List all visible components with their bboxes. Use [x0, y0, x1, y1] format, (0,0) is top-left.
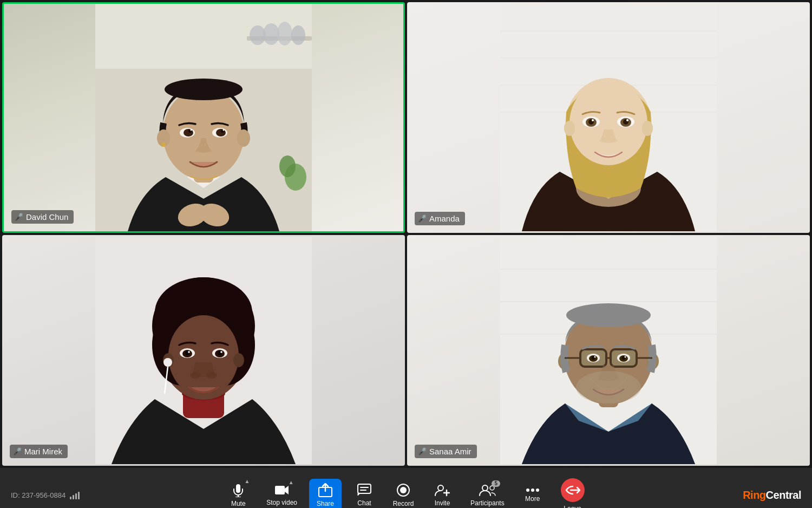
stop-video-icon: ▲ [274, 484, 290, 496]
stop-video-button[interactable]: ▲ Stop video [261, 480, 303, 509]
stop-video-chevron: ▲ [289, 480, 294, 485]
mute-label: Mute [231, 500, 246, 507]
share-icon [318, 483, 332, 497]
svg-point-8 [279, 155, 296, 177]
record-label: Record [393, 500, 414, 507]
meeting-id: ID: 237-956-0884 [11, 491, 66, 499]
svg-point-22 [191, 129, 192, 131]
share-button[interactable]: Share [309, 479, 342, 509]
svg-point-15 [161, 142, 166, 147]
svg-point-67 [220, 351, 222, 353]
participant-name-mari: 🎤 Mari Mirek [10, 445, 68, 458]
signal-bar-2 [73, 495, 74, 499]
invite-icon [435, 484, 450, 497]
video-tile-amanda: 🎤 Amanda [407, 2, 810, 233]
leave-label: Leave [564, 505, 581, 509]
svg-point-95 [594, 356, 596, 358]
svg-point-14 [237, 129, 250, 147]
toolbar-buttons: ▲ Mute ▲ Stop video [222, 474, 590, 509]
svg-point-66 [188, 351, 190, 353]
more-label: More [525, 495, 540, 503]
video-tile-mari: 🎤 Mari Mirek [2, 235, 405, 466]
svg-point-81 [566, 303, 651, 327]
signal-bar-1 [70, 497, 71, 499]
participants-label: Participants [470, 499, 505, 507]
svg-point-55 [168, 315, 239, 396]
brand-central: Central [766, 489, 801, 501]
svg-point-57 [233, 353, 244, 367]
svg-point-114 [536, 489, 539, 492]
svg-point-37 [642, 121, 653, 136]
svg-point-5 [277, 22, 292, 45]
signal-bar-4 [78, 492, 80, 499]
brand-logo: RingCentral [743, 489, 801, 502]
record-button[interactable]: Record [387, 479, 420, 509]
video-grid: 🎤 David Chun [0, 0, 812, 468]
mute-button[interactable]: ▲ Mute [222, 479, 254, 509]
invite-button[interactable]: Invite [426, 479, 459, 509]
svg-point-6 [291, 25, 305, 45]
share-label: Share [317, 500, 334, 507]
participant-name-amanda: 🎤 Amanda [415, 212, 465, 225]
svg-rect-102 [358, 484, 371, 493]
svg-point-96 [625, 356, 626, 358]
video-tile-david: 🎤 David Chun [2, 2, 405, 233]
stop-video-label: Stop video [266, 499, 297, 506]
video-tile-sanaa: 🎤 Sanaa Amir [407, 235, 810, 466]
mute-icon: ▲ [231, 483, 245, 497]
mic-icon-david: 🎤 [15, 213, 23, 221]
svg-point-45 [626, 119, 628, 121]
svg-point-113 [531, 489, 534, 492]
svg-point-44 [592, 119, 594, 121]
mic-icon-sanaa: 🎤 [418, 447, 427, 455]
svg-point-106 [400, 487, 407, 493]
svg-point-112 [526, 489, 529, 492]
svg-point-97 [576, 371, 641, 403]
leave-icon [561, 478, 585, 502]
svg-point-58 [163, 358, 172, 367]
svg-point-4 [263, 23, 279, 45]
signal-strength [70, 491, 80, 499]
brand-ring: Ring [743, 489, 765, 501]
participants-button[interactable]: 5 Participants [465, 479, 510, 509]
toolbar: ID: 237-956-0884 ▲ Mute [0, 468, 812, 508]
svg-point-35 [569, 81, 647, 165]
svg-rect-100 [275, 486, 285, 494]
participant-name-sanaa: 🎤 Sanaa Amir [415, 445, 477, 458]
svg-point-110 [482, 485, 488, 491]
participants-icon: 5 [479, 484, 496, 497]
meeting-id-area: ID: 237-956-0884 [11, 491, 80, 499]
participant-name-david: 🎤 David Chun [11, 210, 74, 224]
svg-point-68 [190, 372, 201, 379]
svg-point-12 [165, 79, 243, 100]
svg-point-69 [206, 372, 217, 379]
svg-point-107 [438, 485, 443, 491]
record-icon [396, 483, 410, 497]
mute-chevron: ▲ [244, 479, 250, 484]
leave-button[interactable]: Leave [555, 474, 590, 509]
mic-icon-amanda: 🎤 [418, 214, 427, 223]
chat-label: Chat [357, 499, 371, 507]
svg-point-23 [223, 129, 225, 131]
more-button[interactable]: More [516, 484, 549, 507]
signal-bar-3 [75, 493, 77, 499]
invite-label: Invite [435, 499, 450, 507]
svg-point-36 [564, 121, 575, 136]
more-icon [526, 488, 540, 492]
chat-button[interactable]: Chat [348, 479, 381, 509]
mic-icon-mari: 🎤 [13, 447, 22, 455]
participants-badge: 5 [492, 480, 500, 487]
chat-icon [357, 484, 371, 497]
